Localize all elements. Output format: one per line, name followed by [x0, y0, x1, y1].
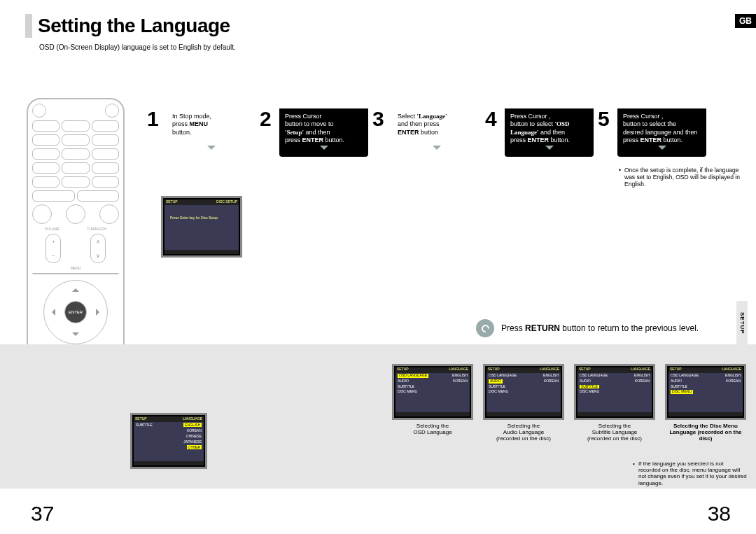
tab-notch-icon: [433, 146, 441, 154]
step-text: button to select 'OSD: [510, 120, 570, 127]
step-3: 3 Select 'Language' and then press ENTER…: [372, 108, 481, 157]
page-number-right: 38: [708, 502, 731, 526]
step-text: 'Setup' and then: [285, 129, 330, 136]
cursor-up-icon: [72, 285, 79, 292]
step-number: 2: [260, 108, 279, 157]
tab-notch-icon: [320, 146, 328, 154]
return-icon: [476, 319, 494, 337]
step-text: desired language and then: [623, 129, 698, 136]
thumb-caption: Language (recorded on the disc): [665, 429, 746, 442]
step-text: press ENTER button.: [623, 136, 682, 143]
osd-prompt-text: Press Enter key for Disc Setup: [164, 205, 239, 232]
step-text: Language' and then: [510, 129, 565, 136]
volume-label: VOLUME: [45, 227, 59, 231]
title-accent-bar: [25, 14, 32, 38]
step-text: Press Cursor: [285, 113, 322, 120]
step-2: 2 Press Cursor button to move to 'Setup'…: [260, 108, 368, 157]
tuning-rocker: ∧∨: [90, 234, 106, 263]
step-4: 4 Press Cursor , button to select 'OSD L…: [485, 108, 594, 157]
step-text: ENTER button: [398, 129, 438, 136]
thumb-caption: (recorded on the disc): [574, 435, 655, 442]
remote-circle-button: [99, 204, 119, 224]
page-number-left: 37: [31, 502, 54, 526]
step5-footnote: Once the setup is complete, if the langu…: [624, 167, 747, 188]
step-text: press ENTER button.: [510, 136, 570, 143]
osd-screenshot-language-menu: SETUPLANGUAGE SUBTITLEENGLISH KOREAN CHI…: [130, 413, 207, 469]
step-text: Select 'Language': [398, 113, 447, 120]
page-subtitle: OSD (On-Screen Display) language is set …: [39, 43, 236, 51]
thumbnail-audio-language: SETUPLANGUAGE OSD LANGUAGEENGLISH AUDIOK…: [483, 364, 564, 442]
cursor-down-icon: [72, 332, 79, 339]
thumb-caption: Selecting the: [483, 423, 564, 429]
thumbnail-subtitle-language: SETUPLANGUAGE OSD LANGUAGEENGLISH AUDIOK…: [574, 364, 655, 442]
step-text: Press Cursor ,: [510, 113, 551, 120]
enter-button: ENTER: [64, 301, 87, 323]
step-5: 5 Press Cursor , button to select the de…: [598, 108, 706, 157]
thumb-caption: Selecting the: [392, 423, 473, 429]
thumbnail-osd-language: SETUPLANGUAGE OSD LANGUAGEENGLISH AUDIOK…: [392, 364, 473, 442]
return-text: Press RETURN button to return to the pre…: [501, 323, 699, 333]
thumb-caption: Audio Language: [483, 429, 564, 435]
thumbnail-discmenu-language: SETUPLANGUAGE OSD LANGUAGEENGLISH AUDIOK…: [665, 364, 746, 442]
setup-side-tab: SETUP: [736, 301, 748, 346]
dpad: ENTER: [43, 280, 108, 344]
thumbnail-row: SETUPLANGUAGE OSD LANGUAGEENGLISH AUDIOK…: [392, 364, 746, 442]
step-text: press ENTER button.: [285, 136, 344, 143]
osd-screenshot-step1: SETUPDISC SETUP Press Enter key for Disc…: [161, 196, 242, 258]
menu-label: MENU: [32, 266, 119, 270]
cursor-right-icon: [96, 309, 103, 316]
tab-notch-icon: [545, 146, 554, 154]
step-text: and then press: [398, 120, 440, 127]
remote-circle-button: [32, 204, 52, 224]
thumb-caption: Selecting the: [574, 423, 655, 429]
step-text: button to select the: [623, 120, 676, 127]
step-number: 3: [372, 108, 392, 157]
tuning-label: TUNING/CH: [87, 227, 106, 231]
step-text: button.: [172, 129, 192, 136]
step-number: 1: [147, 108, 167, 157]
step-text: button to move to: [285, 120, 334, 127]
step-number: 4: [485, 108, 505, 157]
thumb-caption: Selecting the Disc Menu: [665, 423, 746, 429]
remote-circle-button: [66, 204, 85, 224]
thumbnail-footnote: If the language you selected is not reco…: [638, 461, 747, 486]
thumb-caption: Subtitle Language: [574, 429, 655, 435]
step-number: 5: [598, 108, 617, 157]
menu-button: [32, 273, 119, 274]
page-title: Setting the Language: [38, 15, 230, 37]
return-instruction: Press RETURN button to return to the pre…: [476, 319, 742, 337]
tab-notch-icon: [207, 146, 216, 154]
thumb-caption: (recorded on the disc): [483, 435, 564, 442]
page-title-row: Setting the Language: [25, 14, 230, 38]
language-badge: GB: [735, 14, 756, 28]
thumb-caption: OSD Language: [392, 429, 473, 435]
step-1: 1 In Stop mode, press MENU button.: [147, 108, 255, 157]
step-text: Press Cursor ,: [623, 113, 664, 120]
step-tabs: 1 In Stop mode, press MENU button. 2 Pre…: [147, 108, 706, 157]
volume-rocker: +−: [46, 234, 61, 263]
cursor-left-icon: [48, 309, 55, 316]
step-text: In Stop mode,: [172, 113, 211, 120]
step-text: press MENU: [172, 120, 208, 127]
tab-notch-icon: [658, 146, 666, 154]
